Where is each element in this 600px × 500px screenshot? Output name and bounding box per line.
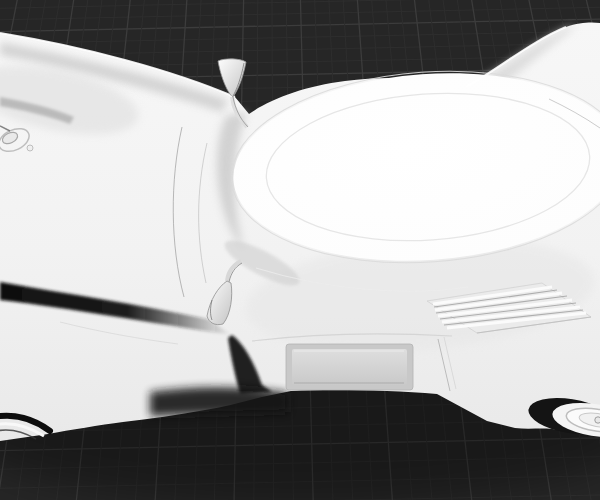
under-body-shadow (150, 387, 288, 416)
viewport-3d[interactable] (0, 0, 600, 500)
car-model (0, 0, 600, 500)
